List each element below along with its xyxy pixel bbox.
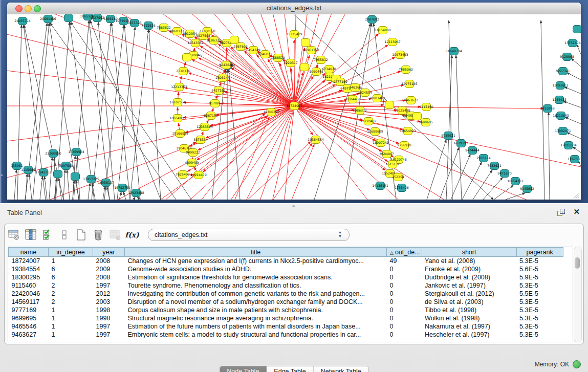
table-cell[interactable]: 1 [49, 314, 93, 322]
network-node[interactable]: 8220317 [284, 59, 298, 67]
table-cell[interactable]: Disruption of a novel member of a sodium… [125, 298, 387, 306]
network-node[interactable]: 10654112 [507, 178, 524, 185]
network-node[interactable] [230, 36, 239, 44]
column-chooser-icon[interactable] [25, 229, 37, 241]
network-window[interactable]: citations_edges.txt 24055724206914061065… [7, 3, 581, 200]
column-header-out_de[interactable]: △out_de... [387, 248, 422, 257]
table-cell[interactable]: 9777169 [9, 306, 49, 314]
table-cell[interactable]: 49 [387, 257, 422, 266]
table-cell[interactable]: 14569117 [9, 298, 49, 306]
table-cell[interactable]: 9465546 [9, 322, 49, 331]
network-node[interactable]: 1588520 [271, 54, 285, 62]
table-cell[interactable]: 6 [49, 273, 93, 281]
table-cell[interactable]: Embryonic stem cells: a model to study s… [125, 331, 387, 339]
splitter-arrow-icon[interactable] [292, 205, 296, 207]
network-node[interactable]: 16914479 [190, 171, 207, 179]
network-node[interactable]: 10688609 [367, 128, 383, 136]
table-cell[interactable]: 6 [49, 265, 93, 273]
network-node[interactable]: 13992071 [555, 127, 571, 135]
table-cell[interactable]: 22420046 [9, 290, 49, 298]
network-node[interactable]: 7986372 [353, 107, 367, 115]
network-node[interactable]: 12213967 [384, 38, 401, 46]
table-cell[interactable]: 2012 [93, 290, 125, 298]
network-node[interactable] [573, 26, 581, 33]
table-cell[interactable]: Estimation of the future numbers of pati… [125, 322, 387, 331]
table-cell[interactable]: 0 [387, 331, 422, 339]
tab-edge-table[interactable]: Edge Table [267, 366, 313, 372]
vertical-scrollbar[interactable] [574, 247, 582, 342]
network-node[interactable]: 9584067 [380, 150, 394, 158]
column-settings-icon[interactable] [8, 229, 20, 241]
column-header-short[interactable]: short [422, 248, 516, 257]
network-node[interactable] [413, 113, 422, 120]
network-node[interactable]: 1990448 [309, 68, 323, 76]
table-cell[interactable]: 5.9E-5 [516, 273, 563, 281]
table-cell[interactable]: 2008 [93, 257, 125, 266]
network-node[interactable]: 18543382 [187, 39, 204, 47]
network-node[interactable]: 9245652 [520, 185, 534, 193]
network-node[interactable]: 12213363 [171, 83, 187, 91]
network-node[interactable]: 23260850 [45, 150, 61, 158]
table-cell[interactable]: 0 [387, 322, 422, 331]
table-cell[interactable]: Dudbridge et al. (2008) [422, 273, 516, 281]
table-cell[interactable]: Investigating the contribution of common… [125, 290, 387, 298]
row-selector-icon[interactable] [41, 229, 54, 241]
table-cell[interactable]: Wolkin et al. (1998) [422, 314, 516, 322]
network-node[interactable] [385, 101, 394, 109]
table-row[interactable]: 1830029562008Estimation of significance … [9, 273, 563, 281]
table-cell[interactable]: 5.3E-5 [516, 314, 563, 322]
table-cell[interactable]: 5.3E-5 [516, 281, 563, 290]
table-row[interactable]: 1938455462009Genome-wide association stu… [9, 265, 563, 273]
table-cell[interactable]: Corpus callosum shape and size in male p… [125, 306, 387, 314]
float-panel-icon[interactable] [556, 208, 565, 217]
network-node[interactable]: 8471670 [497, 170, 512, 178]
table-cell[interactable]: 0 [387, 265, 422, 273]
table-row[interactable]: 1872400712008Changes of HCN gene express… [9, 257, 563, 266]
table-cell[interactable]: 1998 [93, 314, 125, 322]
table-cell[interactable]: 1997 [93, 281, 125, 290]
function-builder-icon[interactable]: f(x) [126, 229, 138, 241]
table-cell[interactable]: Jankovic et al. (1997) [422, 281, 516, 290]
network-node[interactable]: 12093832 [552, 82, 569, 90]
network-node[interactable]: 7632621 [487, 162, 502, 170]
network-node[interactable]: 16958107 [98, 179, 114, 187]
network-node[interactable]: 1115686 [21, 166, 35, 174]
table-cell[interactable]: 5.6E-5 [516, 265, 563, 273]
network-node[interactable]: 2935114 [476, 155, 491, 162]
table-cell[interactable]: 5.3E-5 [516, 322, 563, 331]
network-node[interactable]: 24055724 [14, 17, 31, 25]
table-row[interactable]: 946554611997Estimation of the future num… [9, 322, 563, 331]
network-node[interactable]: 16961758 [303, 47, 319, 54]
table-cell[interactable]: Changes of HCN gene expression and I(f) … [125, 257, 387, 266]
table-cell[interactable]: 1 [49, 306, 93, 314]
network-node[interactable] [183, 54, 191, 61]
table-cell[interactable]: 1997 [93, 331, 125, 339]
column-header-in_degree[interactable]: in_degree [49, 248, 93, 257]
network-node[interactable]: 7663822 [157, 24, 171, 32]
table-cell[interactable]: 2003 [93, 298, 125, 306]
network-node[interactable]: 16154808 [375, 27, 391, 34]
network-node[interactable]: 9097568 [59, 162, 73, 170]
table-cell[interactable]: de Silva et al. (2003) [422, 298, 516, 306]
network-node[interactable]: 9474444 [465, 147, 480, 155]
table-cell[interactable]: 0 [387, 281, 422, 290]
network-node[interactable] [300, 63, 309, 71]
tab-network-table[interactable]: Network Table [314, 366, 368, 372]
table-cell[interactable]: 0 [387, 290, 422, 298]
network-node[interactable]: 9129968 [560, 53, 574, 61]
network-graph[interactable]: 2405572420691406106532871527602646616010… [7, 14, 581, 200]
table-cell[interactable]: Franke et al. (2009) [422, 265, 516, 273]
close-panel-icon[interactable]: ✕ [573, 207, 580, 216]
network-node[interactable]: 917006 [209, 100, 221, 107]
network-node[interactable]: 16210643 [553, 112, 569, 120]
network-node[interactable]: 8267150 [204, 112, 218, 120]
network-node[interactable]: 16648784 [446, 48, 462, 55]
network-node[interactable]: 7515526 [141, 22, 156, 30]
network-node[interactable]: 19654923 [400, 127, 416, 135]
network-node[interactable]: 16107554 [169, 99, 186, 106]
resize-grip-icon[interactable] [572, 190, 580, 199]
table-cell[interactable]: 18300295 [9, 273, 49, 281]
table-row[interactable]: 1456911722003Disruption of a novel membe… [9, 298, 563, 306]
network-node[interactable]: 1733426 [395, 184, 409, 192]
network-node[interactable]: 3024554 [358, 89, 372, 97]
